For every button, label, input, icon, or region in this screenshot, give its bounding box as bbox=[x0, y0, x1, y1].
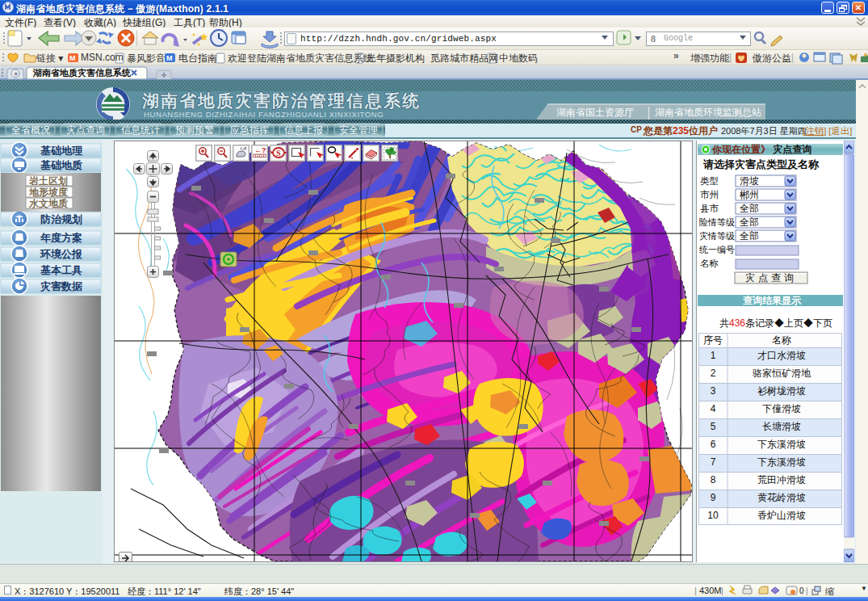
svg-text:滑坡: 滑坡 bbox=[740, 175, 759, 187]
svg-text:名称: 名称 bbox=[772, 334, 791, 346]
svg-text:CP: CP bbox=[631, 125, 642, 134]
svg-text:7: 7 bbox=[711, 456, 716, 468]
svg-text:0: 0 bbox=[799, 586, 804, 595]
svg-text:←?→: ←?→ bbox=[254, 146, 274, 154]
svg-text:安全管理: 安全管理 bbox=[339, 124, 378, 136]
svg-text:应急指挥: 应急指挥 bbox=[230, 124, 269, 136]
svg-text:8: 8 bbox=[711, 474, 716, 485]
svg-text:灾点查询: 灾点查询 bbox=[745, 272, 797, 284]
svg-text:信息统计: 信息统计 bbox=[121, 124, 160, 136]
svg-text:灾点查询: 灾点查询 bbox=[66, 124, 105, 136]
svg-text:湖南省国土资源厅: 湖南省国土资源厅 bbox=[556, 107, 634, 118]
svg-text:荒田冲滑坡: 荒田冲滑坡 bbox=[757, 474, 806, 485]
svg-text:全部: 全部 bbox=[740, 230, 759, 242]
svg-text:县市: 县市 bbox=[700, 204, 719, 213]
svg-text:|: | bbox=[806, 586, 808, 595]
svg-text:灾情等级: 灾情等级 bbox=[699, 231, 735, 241]
svg-text:基础地质: 基础地质 bbox=[40, 159, 82, 171]
svg-text:市州: 市州 bbox=[700, 190, 719, 200]
svg-text:10: 10 bbox=[707, 510, 719, 521]
svg-text:你现在位置》 灾点查询: 你现在位置》 灾点查询 bbox=[711, 144, 811, 155]
svg-text:香炉山滑坡: 香炉山滑坡 bbox=[757, 510, 806, 521]
svg-text:5: 5 bbox=[711, 421, 716, 432]
svg-text:全部: 全部 bbox=[740, 216, 759, 228]
svg-text:序号: 序号 bbox=[703, 334, 723, 346]
svg-text:M: M bbox=[69, 54, 76, 62]
svg-text:环境公报: 环境公报 bbox=[40, 248, 82, 260]
svg-text:下僮滑坡: 下僮滑坡 bbox=[762, 403, 801, 414]
svg-text:黄花岭滑坡: 黄花岭滑坡 bbox=[757, 492, 806, 503]
svg-text:查询结果显示: 查询结果显示 bbox=[742, 295, 802, 306]
svg-text:灾害数据: 灾害数据 bbox=[40, 280, 83, 292]
svg-text:湖南省地质灾害防治管理信息系统: 湖南省地质灾害防治管理信息系统 bbox=[141, 91, 421, 110]
svg-text:M: M bbox=[166, 54, 173, 62]
svg-text:信息上报: 信息上报 bbox=[284, 124, 323, 136]
svg-text:才口水滑坡: 才口水滑坡 bbox=[757, 350, 806, 361]
svg-text:地形坡度: 地形坡度 bbox=[28, 187, 68, 198]
svg-text:衫树垅滑坡: 衫树垅滑坡 bbox=[757, 385, 806, 397]
svg-text:岩土区划: 岩土区划 bbox=[28, 175, 68, 187]
svg-text:下东溪滑坡: 下东溪滑坡 bbox=[757, 439, 806, 450]
svg-text:全部: 全部 bbox=[740, 203, 759, 214]
svg-text:3: 3 bbox=[711, 385, 716, 397]
svg-text:★: ★ bbox=[13, 70, 19, 78]
svg-text:统一编号: 统一编号 bbox=[699, 245, 735, 254]
svg-text:4: 4 bbox=[711, 403, 716, 414]
svg-text:防治规划: 防治规划 bbox=[40, 213, 82, 225]
svg-text:类型: 类型 bbox=[700, 176, 719, 186]
svg-text:下东溪滑坡: 下东溪滑坡 bbox=[757, 456, 806, 468]
svg-text:基础地理: 基础地理 bbox=[40, 145, 83, 157]
svg-text:基本工具: 基本工具 bbox=[40, 264, 82, 276]
svg-text:险情等级: 险情等级 bbox=[699, 217, 735, 227]
svg-text:年度方案: 年度方案 bbox=[40, 232, 82, 244]
svg-text:2: 2 bbox=[711, 368, 716, 379]
svg-text:长塘滑坡: 长塘滑坡 bbox=[762, 421, 801, 432]
svg-text:水文地质: 水文地质 bbox=[28, 198, 68, 209]
svg-text:[退出]: [退出] bbox=[828, 126, 852, 136]
svg-text:郴州: 郴州 bbox=[740, 189, 759, 200]
svg-text:[注销]: [注销] bbox=[803, 126, 826, 136]
svg-text:全省概况: 全省概况 bbox=[11, 124, 50, 136]
svg-text:1: 1 bbox=[711, 350, 716, 361]
svg-text:6: 6 bbox=[711, 439, 716, 450]
svg-text:共436条记录◆上页◆下页: 共436条记录◆上页◆下页 bbox=[719, 317, 832, 329]
svg-text:预测预警: 预测预警 bbox=[175, 124, 214, 136]
svg-text:湖南省地质环境监测总站: 湖南省地质环境监测总站 bbox=[655, 107, 761, 118]
svg-text:│: │ bbox=[646, 107, 652, 120]
svg-text:9: 9 bbox=[711, 492, 716, 503]
svg-text:2008年7月3日 星期四: 2008年7月3日 星期四 bbox=[721, 126, 807, 136]
svg-text:骆家恒矿滑地: 骆家恒矿滑地 bbox=[753, 368, 811, 379]
svg-text:湖南省地质灾害信息系统: 湖南省地质灾害信息系统 bbox=[32, 68, 132, 78]
svg-text:S: S bbox=[276, 149, 281, 158]
svg-text:您是第235位用户: 您是第235位用户 bbox=[643, 125, 718, 137]
svg-text:请选择灾害点类型及名称: 请选择灾害点类型及名称 bbox=[702, 158, 820, 170]
svg-text:名称: 名称 bbox=[700, 258, 719, 268]
svg-text:HUNANSHENG DIZHIZAIHAI FANGZHI: HUNANSHENG DIZHIZAIHAI FANGZHIGUANLI XIN… bbox=[144, 110, 384, 119]
